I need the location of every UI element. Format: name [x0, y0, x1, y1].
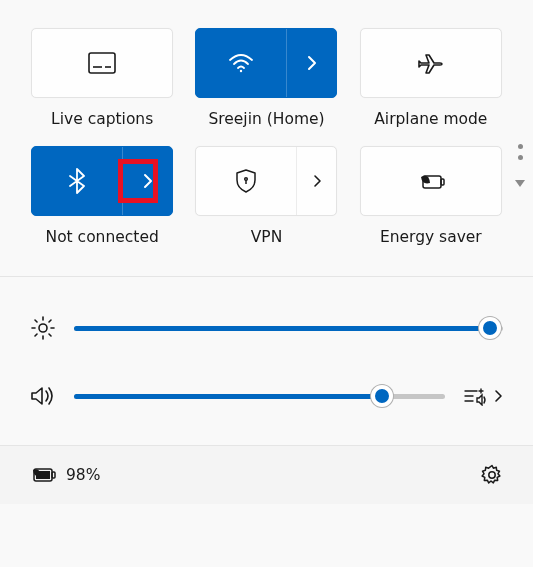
tile-airplane-label: Airplane mode [374, 110, 487, 128]
volume-row [30, 385, 503, 407]
sliders-section [0, 276, 533, 445]
tile-live-captions-group: Live captions [30, 28, 174, 128]
edit-quick-settings-button[interactable] [515, 144, 525, 187]
svg-rect-7 [441, 179, 444, 185]
dot-icon [518, 144, 523, 149]
tile-vpn[interactable] [195, 146, 337, 216]
chevron-right-icon[interactable] [493, 389, 503, 403]
dot-icon [518, 155, 523, 160]
svg-line-13 [35, 320, 37, 322]
tile-wifi-toggle[interactable] [196, 29, 286, 97]
tile-vpn-toggle[interactable] [196, 147, 296, 215]
battery-percent-text: 98% [66, 466, 100, 484]
audio-output-icon[interactable] [463, 386, 487, 406]
tile-vpn-label: VPN [251, 228, 283, 246]
quick-settings-panel: Live captions [0, 0, 533, 246]
brightness-slider-fill [74, 326, 490, 331]
footer-bar: 98% [0, 445, 533, 504]
tile-energy-saver-label: Energy saver [380, 228, 482, 246]
tile-bluetooth-group: Not connected [30, 146, 174, 246]
tile-bluetooth-expand[interactable] [122, 147, 172, 215]
svg-rect-0 [89, 53, 115, 73]
svg-line-16 [49, 320, 51, 322]
tile-wifi-group: Sreejin (Home) [194, 28, 338, 128]
svg-point-8 [39, 324, 47, 332]
brightness-slider-thumb[interactable] [479, 317, 501, 339]
tile-airplane-group: Airplane mode [359, 28, 503, 128]
svg-point-3 [240, 70, 242, 72]
chevron-right-icon [312, 174, 322, 188]
volume-slider[interactable] [74, 394, 445, 399]
airplane-icon [418, 52, 444, 74]
chevron-right-icon [306, 54, 318, 72]
brightness-icon [30, 315, 56, 341]
wifi-icon [228, 53, 254, 73]
tile-wifi-expand[interactable] [286, 29, 336, 97]
brightness-row [30, 315, 503, 341]
tile-bluetooth-label: Not connected [46, 228, 159, 246]
shield-lock-icon [235, 169, 257, 193]
brightness-slider[interactable] [74, 326, 503, 331]
captions-icon [88, 52, 116, 74]
volume-slider-fill [74, 394, 382, 399]
speaker-icon [30, 385, 56, 407]
svg-line-14 [49, 334, 51, 336]
volume-slider-thumb[interactable] [371, 385, 393, 407]
tile-vpn-expand[interactable] [296, 147, 336, 215]
tiles-grid: Live captions [30, 28, 503, 246]
settings-button[interactable] [481, 464, 503, 486]
tile-energy-saver-group: Energy saver [359, 146, 503, 246]
battery-status[interactable]: 98% [30, 466, 100, 484]
battery-icon [30, 466, 56, 484]
tile-wifi[interactable] [195, 28, 337, 98]
svg-point-4 [245, 178, 248, 181]
tile-airplane[interactable] [360, 28, 502, 98]
tile-vpn-group: VPN [194, 146, 338, 246]
bluetooth-icon [69, 168, 85, 194]
tile-live-captions-label: Live captions [51, 110, 153, 128]
svg-rect-21 [52, 472, 55, 478]
volume-output-section [463, 386, 503, 406]
tile-energy-saver[interactable] [360, 146, 502, 216]
chevron-right-icon [142, 172, 154, 190]
tile-wifi-label: Sreejin (Home) [208, 110, 324, 128]
caret-down-icon [515, 180, 525, 187]
svg-point-23 [489, 472, 495, 478]
gear-icon [481, 464, 503, 486]
tile-bluetooth[interactable] [31, 146, 173, 216]
tile-live-captions[interactable] [31, 28, 173, 98]
svg-line-15 [35, 334, 37, 336]
leaf-battery-icon [417, 171, 445, 191]
tile-bluetooth-toggle[interactable] [32, 147, 122, 215]
